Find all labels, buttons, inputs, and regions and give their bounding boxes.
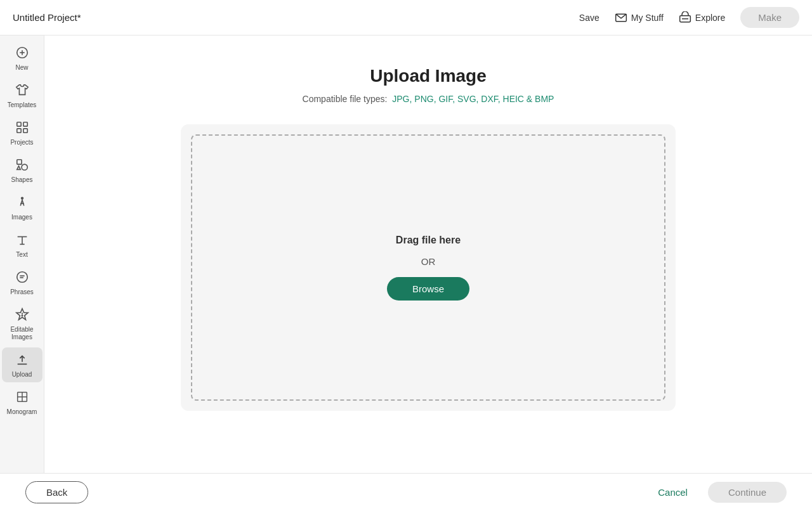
or-text: OR	[421, 256, 436, 267]
sidebar-item-label: Upload	[12, 371, 32, 378]
sidebar-item-label: Editable Images	[4, 326, 40, 341]
sidebar-item-images[interactable]: Images	[2, 190, 43, 225]
sidebar-item-label: Monogram	[7, 408, 37, 416]
file-types-value: JPG, PNG, GIF, SVG, DXF, HEIC & BMP	[392, 94, 554, 104]
back-button[interactable]: Back	[25, 481, 88, 503]
header-right: Save My Stuff Explore Make	[579, 7, 799, 28]
cancel-button[interactable]: Cancel	[658, 487, 688, 498]
text-icon	[15, 233, 29, 249]
page-title: Upload Image	[370, 66, 487, 86]
svg-rect-7	[23, 122, 27, 126]
editable-images-icon	[15, 307, 29, 323]
monogram-icon	[15, 390, 29, 406]
sidebar-item-label: Projects	[10, 139, 33, 146]
sidebar-item-new[interactable]: New	[2, 41, 43, 75]
sidebar-item-projects[interactable]: Projects	[2, 115, 43, 150]
svg-point-18	[16, 272, 27, 283]
explore-button[interactable]: Explore	[679, 11, 725, 24]
file-types-label: Compatible file types:	[303, 94, 388, 104]
plus-circle-icon	[15, 46, 29, 61]
footer: Back Cancel Continue	[0, 473, 812, 511]
svg-point-10	[22, 164, 27, 170]
sidebar-item-label: Text	[16, 251, 27, 259]
sidebar-item-templates[interactable]: Templates	[2, 78, 43, 113]
svg-rect-9	[23, 129, 27, 133]
make-button[interactable]: Make	[740, 7, 799, 28]
browse-button[interactable]: Browse	[387, 277, 469, 301]
save-button[interactable]: Save	[579, 13, 599, 23]
shirt-icon	[15, 83, 29, 99]
my-stuff-icon	[615, 11, 627, 24]
sidebar-item-label: Templates	[8, 101, 37, 109]
sidebar-item-upload[interactable]: Upload	[2, 347, 43, 382]
body-layout: New Templates Projects	[0, 36, 812, 473]
file-types-line: Compatible file types: JPG, PNG, GIF, SV…	[303, 94, 554, 104]
images-icon	[15, 195, 29, 211]
sidebar-item-label: Phrases	[10, 288, 34, 296]
drop-zone[interactable]: Drag file here OR Browse	[191, 134, 665, 401]
projects-icon	[15, 120, 29, 136]
upload-icon	[15, 353, 29, 368]
header: Untitled Project* Save My Stuff Explore …	[0, 0, 812, 36]
sidebar-item-shapes[interactable]: Shapes	[2, 153, 43, 188]
footer-right: Cancel Continue	[658, 482, 787, 503]
sidebar-item-label: Images	[11, 214, 32, 221]
main-content: Upload Image Compatible file types: JPG,…	[44, 36, 812, 473]
continue-button: Continue	[708, 482, 787, 503]
svg-point-23	[22, 315, 22, 316]
header-left: Untitled Project*	[13, 12, 81, 23]
sidebar-item-phrases[interactable]: Phrases	[2, 265, 43, 300]
sidebar-item-text[interactable]: Text	[2, 228, 43, 262]
svg-marker-11	[16, 166, 20, 170]
sidebar-item-monogram[interactable]: Monogram	[2, 385, 43, 420]
project-title: Untitled Project*	[13, 12, 81, 23]
upload-card: Drag file here OR Browse	[181, 124, 676, 411]
sidebar-item-label: New	[15, 64, 28, 72]
drag-text: Drag file here	[396, 235, 461, 246]
sidebar: New Templates Projects	[0, 36, 44, 473]
explore-icon	[679, 11, 691, 24]
svg-point-13	[21, 197, 23, 199]
shapes-icon	[15, 158, 29, 174]
my-stuff-button[interactable]: My Stuff	[615, 11, 664, 24]
sidebar-item-editable-images[interactable]: Editable Images	[2, 302, 43, 345]
svg-rect-8	[16, 129, 20, 133]
sidebar-item-label: Shapes	[11, 176, 33, 184]
svg-rect-12	[16, 160, 21, 164]
svg-rect-6	[16, 122, 20, 126]
phrases-icon	[15, 270, 29, 286]
